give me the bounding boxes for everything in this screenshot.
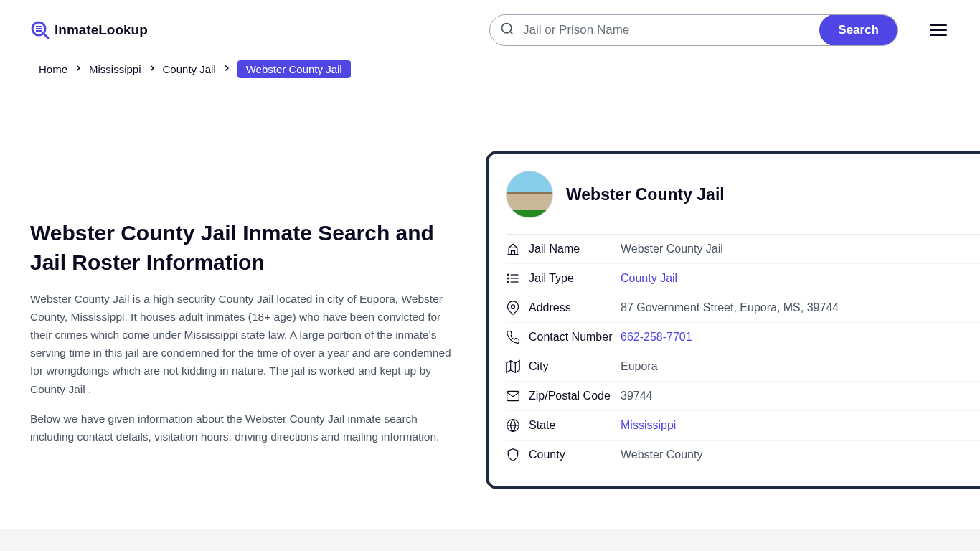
row-icon [506, 271, 520, 286]
row-icon [506, 330, 520, 344]
breadcrumb: Home Mississippi County Jail Webster Cou… [0, 60, 980, 83]
svg-point-10 [508, 274, 509, 276]
info-label: Address [529, 301, 621, 314]
chevron-right-icon [222, 63, 232, 75]
menu-icon[interactable] [927, 22, 950, 39]
info-label: Zip/Postal Code [529, 390, 621, 402]
svg-point-11 [508, 278, 509, 279]
breadcrumb-current: Webster County Jail [237, 60, 351, 78]
svg-point-13 [512, 305, 515, 309]
right-column: Webster County Jail Jail NameWebster Cou… [486, 97, 980, 489]
info-row: Jail NameWebster County Jail [506, 234, 980, 263]
chevron-right-icon [73, 63, 83, 75]
info-label: Contact Number [529, 331, 621, 344]
info-row: CountyWebster County [506, 440, 980, 469]
info-value: Webster County [621, 448, 702, 461]
page-title: Webster County Jail Inmate Search and Ja… [30, 219, 457, 277]
search-button[interactable]: Search [819, 14, 897, 46]
info-value: Eupora [621, 360, 658, 373]
row-icon [506, 389, 520, 403]
header-right: Search [489, 14, 950, 46]
svg-point-5 [502, 24, 512, 33]
logo-text: InmateLookup [55, 22, 148, 38]
info-row: CityEupora [506, 352, 980, 381]
jail-avatar [506, 171, 553, 218]
svg-line-6 [510, 32, 513, 34]
intro-paragraph-1: Webster County Jail is a high security C… [30, 290, 457, 398]
search-wrap: Search [489, 14, 898, 46]
logo[interactable]: InmateLookup [30, 20, 148, 40]
svg-point-12 [508, 281, 509, 283]
row-icon [506, 242, 520, 256]
info-label: Jail Name [529, 242, 621, 255]
card-header: Webster County Jail [506, 171, 980, 218]
info-value: Webster County Jail [621, 242, 723, 255]
jail-info-card: Webster County Jail Jail NameWebster Cou… [486, 151, 980, 489]
row-icon [506, 448, 520, 462]
row-icon [506, 359, 520, 374]
search-icon [500, 22, 514, 39]
info-value: 39744 [621, 390, 653, 402]
header: InmateLookup Search [0, 0, 980, 60]
chevron-right-icon [147, 63, 157, 75]
info-row: Zip/Postal Code39744 [506, 381, 980, 410]
footer-area [0, 529, 980, 551]
intro-paragraph-2: Below we have given information about th… [30, 410, 457, 446]
info-label: Jail Type [529, 272, 621, 285]
info-label: City [529, 360, 621, 373]
info-row: StateMississippi [506, 410, 980, 440]
breadcrumb-item-state[interactable]: Mississippi [89, 63, 141, 75]
row-icon [506, 418, 520, 433]
content: Webster County Jail Inmate Search and Ja… [0, 97, 980, 489]
breadcrumb-item-type[interactable]: County Jail [163, 63, 216, 75]
info-value: 87 Government Street, Eupora, MS, 39744 [621, 301, 839, 314]
breadcrumb-item-home[interactable]: Home [39, 63, 67, 75]
info-label: State [529, 419, 621, 432]
info-value[interactable]: Mississippi [621, 419, 676, 432]
search-input[interactable] [514, 23, 819, 37]
info-label: County [529, 448, 621, 461]
info-row: Contact Number662-258-7701 [506, 322, 980, 352]
card-title: Webster County Jail [566, 185, 725, 204]
left-column: Webster County Jail Inmate Search and Ja… [30, 97, 457, 489]
logo-icon [30, 20, 50, 40]
svg-marker-14 [507, 361, 519, 373]
svg-line-1 [44, 34, 48, 38]
info-row: Jail TypeCounty Jail [506, 263, 980, 293]
info-value[interactable]: County Jail [621, 272, 677, 285]
info-value[interactable]: 662-258-7701 [621, 331, 692, 344]
row-icon [506, 301, 520, 315]
info-row: Address87 Government Street, Eupora, MS,… [506, 293, 980, 322]
